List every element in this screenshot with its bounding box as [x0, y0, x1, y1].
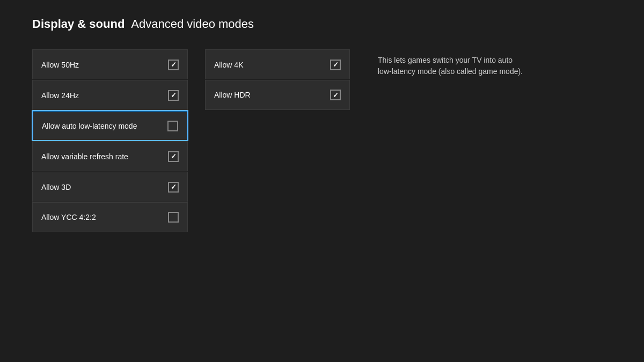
setting-row-allow-50hz[interactable]: Allow 50Hz	[32, 49, 188, 79]
setting-row-allow-variable-refresh[interactable]: Allow variable refresh rate	[32, 141, 188, 171]
setting-label-allow-24hz: Allow 24Hz	[41, 91, 79, 100]
setting-label-allow-variable-refresh: Allow variable refresh rate	[41, 152, 128, 161]
content-area: Allow 50HzAllow 24HzAllow auto low-laten…	[0, 44, 644, 233]
header-title: Advanced video modes	[131, 17, 254, 31]
left-column: Allow 50HzAllow 24HzAllow auto low-laten…	[32, 49, 188, 233]
setting-label-allow-auto-low-latency: Allow auto low-latency mode	[42, 122, 137, 130]
checkbox-allow-ycc[interactable]	[168, 212, 179, 223]
setting-row-allow-hdr[interactable]: Allow HDR	[205, 80, 350, 110]
setting-row-allow-3d[interactable]: Allow 3D	[32, 172, 188, 202]
setting-label-allow-hdr: Allow HDR	[214, 91, 251, 99]
setting-row-allow-24hz[interactable]: Allow 24Hz	[32, 80, 188, 110]
checkbox-allow-24hz[interactable]	[168, 90, 179, 101]
setting-label-allow-3d: Allow 3D	[41, 183, 71, 191]
page-container: Display & sound Advanced video modes All…	[0, 0, 644, 233]
page-header: Display & sound Advanced video modes	[0, 0, 644, 44]
right-column: Allow 4KAllow HDR	[205, 49, 350, 233]
checkbox-allow-50hz[interactable]	[168, 60, 179, 70]
description-text: This lets games switch your TV into auto…	[378, 56, 523, 76]
setting-label-allow-50hz: Allow 50Hz	[41, 61, 79, 69]
setting-row-allow-ycc[interactable]: Allow YCC 4:2:2	[32, 202, 188, 232]
checkbox-allow-3d[interactable]	[168, 182, 179, 193]
setting-label-allow-ycc: Allow YCC 4:2:2	[41, 213, 96, 221]
checkbox-allow-variable-refresh[interactable]	[168, 151, 179, 162]
description-area: This lets games switch your TV into auto…	[367, 49, 528, 233]
setting-row-allow-auto-low-latency[interactable]: Allow auto low-latency mode	[32, 110, 188, 141]
checkbox-allow-4k[interactable]	[330, 60, 341, 70]
setting-row-allow-4k[interactable]: Allow 4K	[205, 49, 350, 79]
checkbox-allow-hdr[interactable]	[330, 90, 341, 100]
setting-label-allow-4k: Allow 4K	[214, 61, 243, 69]
checkbox-allow-auto-low-latency[interactable]	[167, 121, 178, 131]
header-section: Display & sound	[32, 17, 125, 31]
